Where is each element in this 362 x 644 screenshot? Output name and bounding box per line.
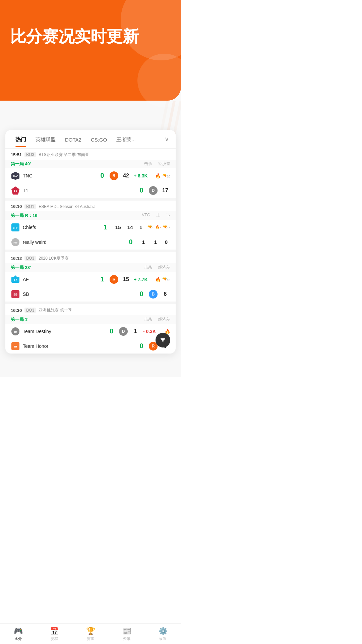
vtg-chiefs: 15: [113, 224, 123, 230]
team-score-t1: 0: [137, 186, 146, 194]
team-score-sb: 0: [137, 290, 146, 298]
team-row-th[interactable]: TH Team Honor 0 R 0: [5, 339, 176, 354]
lower-rw: 0: [162, 239, 170, 245]
page-wrapper: 比分赛况实时更新 热门 英雄联盟 DOTA2 CS:GO 王者荣... ∨ 15…: [0, 0, 181, 377]
round-row-1: 第一局 49' 击杀 经济差: [5, 160, 176, 168]
round-stats-3: 击杀 经济差: [144, 265, 170, 270]
stat-eco-header-4: 经济差: [158, 317, 170, 322]
match-league-3: 2020 LCK夏季赛: [39, 256, 68, 261]
match-block-4: 16:30 BO3 亚洲挑战赛 第十季 第一局 1' 击杀 经济差 TD: [5, 304, 176, 354]
stat-kills-header-3: 击杀: [144, 265, 152, 270]
team-score-af: 1: [98, 275, 107, 283]
svg-text:TH: TH: [14, 345, 17, 348]
tnc-logo: TNC: [11, 171, 20, 180]
match-block-1: 15:51 BO3 BTS职业联赛 第二季-东南亚 第一局 49' 击杀 经济差…: [5, 149, 176, 201]
kills-af: 15: [121, 276, 131, 282]
svg-marker-12: [13, 275, 17, 277]
round-label-3: 第一局 28': [11, 265, 31, 271]
badge-td: D: [119, 327, 128, 336]
gun-icon-tnc: 🔫10: [162, 173, 170, 178]
upper-chiefs: 14: [126, 224, 134, 230]
round-stats-4: 击杀 经济差: [144, 317, 170, 322]
tab-csgo[interactable]: CS:GO: [86, 131, 112, 147]
team-name-af: AF: [23, 277, 50, 282]
team-name-tnc: TNC: [23, 173, 50, 178]
team-row-af[interactable]: AF AF 1 R 15 + 7.7K 🔥 🔫10: [5, 272, 176, 287]
deco-circle-bottom: [137, 54, 181, 107]
round-row-2: 第一局 R：16 VTG 上 下: [5, 211, 176, 220]
filter-fab[interactable]: [156, 333, 170, 347]
svg-text:TNC: TNC: [13, 175, 18, 178]
match-time-2: 16:10: [11, 204, 22, 209]
round-stats-1: 击杀 经济差: [144, 161, 170, 167]
team-name-rw: really weird: [23, 239, 50, 245]
team-name-sb: SB: [23, 291, 50, 297]
th-logo: TH: [11, 341, 20, 351]
match-time-4: 16:30: [11, 308, 22, 313]
team-name-th: Team Honor: [23, 343, 50, 349]
svg-text:AF: AF: [14, 279, 17, 282]
team-row-t1[interactable]: T1 T1 0 D 17: [5, 183, 176, 198]
team-row-really-weird[interactable]: RW really weird 0 1 1 0: [5, 235, 176, 250]
kills-sb: 6: [160, 291, 170, 297]
icons-chiefs: 🔫1 🔥5 🔫16: [147, 225, 170, 230]
match-bo-1: BO3: [24, 152, 36, 157]
round-stats-2: VTG 上 下: [142, 213, 170, 218]
kills-td: 1: [130, 328, 140, 334]
match-block-2: 16:10 BO1 ESEA MDL Season 34 Australia 第…: [5, 201, 176, 252]
team-score-th: 0: [137, 342, 146, 350]
stat-lower-header: 下: [166, 213, 170, 218]
round-label-1: 第一局 49': [11, 161, 31, 167]
stat-kills-header-1: 击杀: [144, 161, 152, 167]
team-score-chiefs: 1: [101, 223, 110, 231]
match-header-3: 16:12 BO3 2020 LCK夏季赛: [5, 252, 176, 263]
team-name-t1: T1: [23, 188, 50, 193]
svg-text:SB: SB: [13, 293, 18, 296]
tab-dota2[interactable]: DOTA2: [60, 131, 86, 147]
kills-tnc: 42: [121, 173, 131, 179]
match-block-3: 16:12 BO3 2020 LCK夏季赛 第一局 28' 击杀 经济差 AF: [5, 252, 176, 304]
tabs-bar: 热门 英雄联盟 DOTA2 CS:GO 王者荣... ∨: [5, 130, 176, 149]
team-row-td[interactable]: TD Team Destiny 0 D 1 - 0.3K 🔥: [5, 324, 176, 339]
upper-rw: 1: [152, 239, 160, 245]
gun-icon-af: 🔫10: [162, 277, 170, 282]
stat-vtg-header: VTG: [142, 213, 150, 218]
team-row-tnc[interactable]: TNC TNC 0 R 42 + 6.3K 🔥 🔫10: [5, 168, 176, 183]
tab-hot[interactable]: 热门: [11, 131, 31, 147]
stat-eco-header-3: 经济差: [158, 265, 170, 270]
header-title: 比分赛况实时更新: [0, 0, 181, 56]
match-header-1: 15:51 BO3 BTS职业联赛 第二季-东南亚: [5, 149, 176, 160]
sb-logo: SB: [11, 289, 20, 299]
badge-sb: B: [149, 290, 158, 299]
badge-t1: D: [149, 186, 158, 195]
svg-text:CHF: CHF: [13, 227, 18, 229]
team-row-chiefs[interactable]: CHF Chiefs 1 15 14 1 🔫1 🔥5 🔫16: [5, 220, 176, 235]
round-row-3: 第一局 28' 击杀 经济差: [5, 263, 176, 272]
match-time-1: 15:51: [11, 152, 22, 157]
svg-text:TD: TD: [14, 331, 17, 333]
td-logo: TD: [11, 327, 20, 336]
team-row-sb[interactable]: SB SB 0 B 6: [5, 287, 176, 302]
match-time-3: 16:12: [11, 256, 22, 261]
kills-t1: 17: [160, 187, 170, 194]
eco-tnc: + 6.3K: [134, 173, 154, 178]
chiefs-logo: CHF: [11, 223, 20, 232]
vtg-rw: 1: [138, 239, 149, 245]
match-league-2: ESEA MDL Season 34 Australia: [39, 204, 96, 209]
round-label-2: 第一局 R：16: [11, 213, 37, 219]
tab-lol[interactable]: 英雄联盟: [31, 131, 60, 147]
icons-af: 🔥 🔫10: [155, 277, 170, 282]
eco-af: + 7.7K: [134, 277, 154, 282]
tab-more-button[interactable]: ∨: [163, 130, 170, 148]
content-card: 热门 英雄联盟 DOTA2 CS:GO 王者荣... ∨ 15:51 BO3 B…: [5, 130, 176, 354]
match-bo-2: BO1: [24, 204, 36, 209]
round-row-4: 第一局 1' 击杀 经济差: [5, 315, 176, 324]
t1-logo: T1: [11, 186, 20, 195]
af-logo: AF: [11, 275, 20, 284]
lower-chiefs: 1: [137, 224, 145, 230]
match-bo-4: BO3: [24, 308, 36, 313]
tab-wangzhe[interactable]: 王者荣...: [112, 131, 140, 147]
match-header-4: 16:30 BO3 亚洲挑战赛 第十季: [5, 304, 176, 315]
team-score-td: 0: [107, 327, 116, 335]
stat-kills-header-4: 击杀: [144, 317, 152, 322]
